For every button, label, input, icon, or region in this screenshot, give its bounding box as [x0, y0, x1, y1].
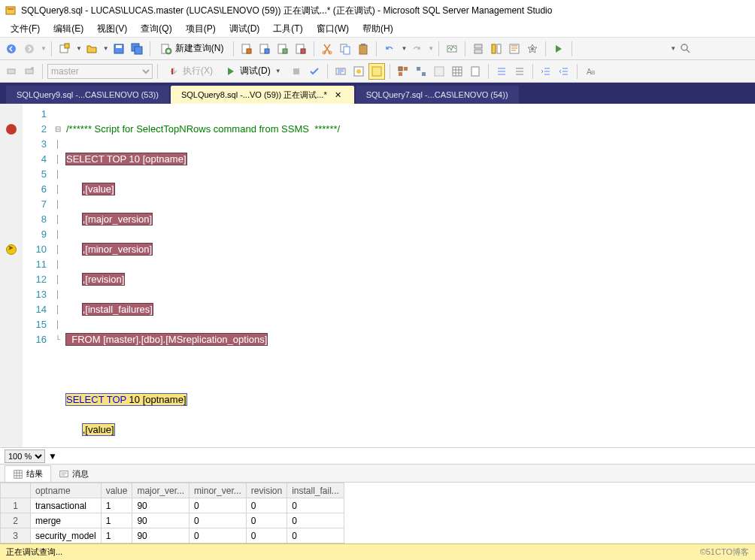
results-grid-icon[interactable] [449, 63, 465, 80]
properties-icon[interactable] [524, 41, 541, 57]
new-project-icon[interactable] [56, 41, 73, 57]
menu-query[interactable]: 查询(Q) [135, 21, 177, 37]
cell[interactable]: 0 [190, 513, 247, 528]
activity-monitor-icon[interactable] [444, 41, 460, 57]
query-options-icon[interactable] [350, 63, 367, 80]
zoom-dropdown-icon[interactable]: ▼ [48, 451, 57, 462]
messages-tab[interactable]: 消息 [51, 466, 96, 482]
client-stats-icon[interactable] [413, 63, 429, 80]
cell[interactable]: security_model [31, 528, 102, 543]
continue-icon[interactable] [550, 41, 567, 57]
code-text[interactable]: /****** Script for SelectTopNRows comman… [63, 104, 755, 447]
object-explorer-icon[interactable] [488, 41, 505, 57]
toolbar-sql: master 执行(X) 调试(D) ▼ AB [0, 60, 755, 83]
col-optname[interactable]: optname [31, 483, 102, 498]
table-row[interactable]: 3security_model190000 [1, 528, 344, 543]
registered-servers-icon[interactable] [470, 41, 487, 57]
svg-rect-42 [399, 67, 402, 71]
analysis-query-icon[interactable] [256, 41, 273, 57]
col-value[interactable]: value [101, 483, 132, 498]
save-all-icon[interactable] [129, 41, 145, 57]
menu-file[interactable]: 文件(F) [5, 21, 46, 37]
copy-icon[interactable] [337, 41, 353, 57]
row-number[interactable]: 3 [1, 528, 31, 543]
menu-window[interactable]: 窗口(W) [311, 21, 355, 37]
cell[interactable]: 90 [132, 513, 190, 528]
code-editor[interactable]: 12345678910111213141516 ⊟│││││││││││││└ … [0, 104, 755, 447]
engine-query-icon[interactable] [238, 41, 255, 57]
status-text: 正在调试查询... [6, 546, 62, 558]
menu-help[interactable]: 帮助(H) [356, 21, 399, 37]
find-dropdown-icon[interactable]: ▼ [670, 45, 676, 52]
debug-button[interactable]: 调试(D) ▼ [220, 63, 287, 80]
zoom-combo[interactable]: 100 % [5, 450, 45, 463]
cell[interactable]: transactional [31, 498, 102, 513]
outdent-icon[interactable] [556, 63, 572, 80]
row-number[interactable]: 1 [1, 498, 31, 513]
cell[interactable]: 1 [101, 528, 132, 543]
comment-icon[interactable] [493, 63, 510, 80]
mdx-query-icon[interactable] [274, 41, 291, 57]
col-major[interactable]: major_ver... [132, 483, 190, 498]
table-row[interactable]: 2merge190000 [1, 513, 344, 528]
undo-dropdown-icon[interactable]: ▼ [401, 45, 407, 52]
new-query-button[interactable]: 新建查询(N) [155, 41, 229, 57]
undo-icon[interactable] [381, 41, 398, 57]
col-minor[interactable]: minor_ver... [190, 483, 247, 498]
svg-rect-49 [471, 67, 479, 76]
cell[interactable]: 0 [190, 498, 247, 513]
cell[interactable]: 0 [246, 498, 287, 513]
results-tab-label: 结果 [26, 468, 43, 480]
cell[interactable]: 90 [132, 528, 190, 543]
paste-icon[interactable] [355, 41, 371, 57]
open-dropdown-icon[interactable]: ▼ [103, 45, 109, 52]
estimated-plan-icon[interactable] [332, 63, 349, 80]
col-revision[interactable]: revision [246, 483, 287, 498]
col-install[interactable]: install_fail... [287, 483, 344, 498]
intellisense-icon[interactable] [368, 63, 385, 80]
database-combo[interactable]: master [47, 64, 153, 79]
row-number[interactable]: 2 [1, 513, 31, 528]
cell[interactable]: 1 [101, 513, 132, 528]
menu-debug[interactable]: 调试(D) [223, 21, 266, 37]
indent-icon[interactable] [538, 63, 554, 80]
table-row[interactable]: 1transactional190000 [1, 498, 344, 513]
xmla-query-icon[interactable] [293, 41, 309, 57]
breakpoint-gutter[interactable] [0, 104, 23, 447]
menu-project[interactable]: 项目(P) [180, 21, 222, 37]
new-dropdown-icon[interactable]: ▼ [76, 45, 82, 52]
tab-query9[interactable]: SQLQuery9.sql -...CAS\LENOVO (53)) [6, 86, 169, 104]
actual-plan-icon[interactable] [395, 63, 411, 80]
menu-edit[interactable]: 编辑(E) [47, 21, 89, 37]
menu-view[interactable]: 视图(V) [91, 21, 133, 37]
cell[interactable]: 0 [246, 528, 287, 543]
save-icon[interactable] [111, 41, 127, 57]
tab-query7[interactable]: SQLQuery7.sql -...CAS\LENOVO (54)) [356, 86, 519, 104]
menu-tools[interactable]: 工具(T) [267, 21, 308, 37]
cell[interactable]: merge [31, 513, 102, 528]
close-icon[interactable]: ✕ [333, 89, 344, 100]
cell[interactable]: 0 [287, 513, 344, 528]
results-tab[interactable]: 结果 [5, 465, 51, 483]
fold-gutter[interactable]: ⊟│││││││││││││└ [53, 104, 63, 447]
toolbar-main: ▼ ▼ ▼ 新建查询(N) ▼ ▼ ▼ [0, 38, 755, 60]
uncomment-icon[interactable] [511, 63, 528, 80]
svg-rect-0 [6, 7, 15, 14]
breakpoint-icon[interactable] [6, 124, 17, 135]
specify-values-icon[interactable]: AB [582, 63, 599, 80]
cell[interactable]: 1 [101, 498, 132, 513]
cell[interactable]: 0 [190, 528, 247, 543]
results-file-icon[interactable] [467, 63, 484, 80]
open-folder-icon[interactable] [83, 41, 100, 57]
find-icon[interactable] [678, 41, 694, 57]
svg-rect-48 [453, 67, 462, 76]
cell[interactable]: 90 [132, 498, 190, 513]
cell[interactable]: 0 [287, 498, 344, 513]
template-explorer-icon[interactable] [506, 41, 523, 57]
tab-query8[interactable]: SQLQuery8.sql -...VO (59)) 正在调试...* ✕ [171, 86, 354, 104]
results-grid[interactable]: optname value major_ver... minor_ver... … [0, 482, 755, 543]
cell[interactable]: 0 [287, 528, 344, 543]
cut-icon[interactable] [319, 41, 335, 57]
nav-back-icon[interactable] [3, 41, 20, 57]
cell[interactable]: 0 [246, 513, 287, 528]
